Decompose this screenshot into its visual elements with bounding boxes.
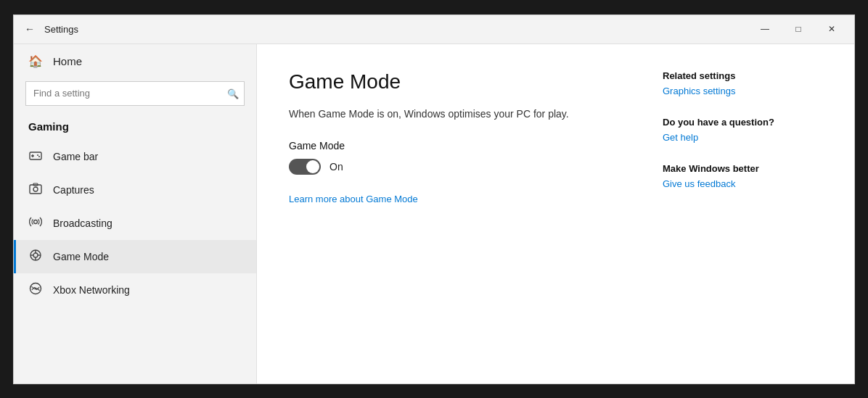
sidebar-item-game-bar[interactable]: Game bar: [14, 140, 256, 173]
content-area: 🏠 Home 🔍 Gaming: [14, 44, 854, 384]
sidebar-home-item[interactable]: 🏠 Home: [14, 44, 256, 78]
back-button[interactable]: ←: [20, 19, 40, 39]
sidebar-item-xbox-networking[interactable]: Xbox Networking: [14, 273, 256, 307]
sidebar-item-label-broadcasting: Broadcasting: [53, 217, 112, 229]
minimize-button[interactable]: —: [748, 14, 782, 43]
main-panel: Game Mode When Game Mode is on, Windows …: [257, 44, 854, 384]
sidebar-item-captures[interactable]: Captures: [14, 173, 256, 207]
captures-icon: [28, 182, 43, 198]
svg-point-6: [33, 187, 38, 191]
svg-point-3: [37, 154, 38, 156]
feedback-heading: Make Windows better: [663, 163, 822, 174]
sidebar-item-label-captures: Captures: [53, 184, 94, 196]
sidebar-item-label-game-mode: Game Mode: [53, 251, 109, 262]
svg-point-8: [34, 220, 38, 223]
get-help-link[interactable]: Get help: [663, 132, 822, 143]
learn-more-link[interactable]: Learn more about Game Mode: [289, 194, 418, 204]
related-settings-section: Related settings Graphics settings: [663, 70, 822, 96]
broadcasting-icon: [28, 215, 43, 231]
game-mode-icon: [28, 249, 43, 265]
sidebar-nav: Game bar Captures: [14, 140, 256, 384]
window-controls: — □ ✕: [748, 14, 848, 43]
home-label: Home: [53, 55, 82, 67]
game-mode-toggle[interactable]: [289, 159, 321, 175]
question-section: Do you have a question? Get help: [663, 117, 822, 143]
toggle-state-label: On: [329, 161, 343, 173]
graphics-settings-link[interactable]: Graphics settings: [663, 86, 822, 96]
related-settings-heading: Related settings: [663, 70, 822, 81]
search-input[interactable]: [25, 81, 245, 106]
search-icon: 🔍: [227, 88, 239, 99]
home-icon: 🏠: [28, 54, 43, 68]
window-title: Settings: [44, 24, 78, 35]
feedback-section: Make Windows better Give us feedback: [663, 163, 822, 189]
svg-point-4: [38, 156, 40, 157]
maximize-button[interactable]: □: [782, 14, 815, 43]
game-bar-icon: [28, 149, 43, 165]
page-description: When Game Mode is on, Windows optimises …: [289, 108, 648, 120]
close-button[interactable]: ✕: [815, 14, 848, 43]
related-panel: Related settings Graphics settings Do yo…: [648, 70, 822, 357]
xbox-networking-icon: [28, 282, 43, 298]
page-title: Game Mode: [289, 70, 648, 94]
sidebar: 🏠 Home 🔍 Gaming: [14, 44, 257, 384]
sidebar-item-label-xbox-networking: Xbox Networking: [53, 284, 130, 296]
sidebar-item-label-game-bar: Game bar: [53, 151, 98, 162]
minimize-icon: —: [761, 24, 769, 34]
give-feedback-link[interactable]: Give us feedback: [663, 178, 822, 189]
sidebar-section-title: Gaming: [14, 115, 256, 140]
game-mode-setting-label: Game Mode: [289, 140, 648, 152]
sidebar-item-broadcasting[interactable]: Broadcasting: [14, 207, 256, 240]
back-icon: ←: [25, 23, 35, 35]
settings-window: ← Settings — □ ✕ 🏠 Home 🔍: [13, 14, 855, 384]
toggle-row: On: [289, 159, 648, 175]
maximize-icon: □: [795, 24, 801, 34]
main-content: Game Mode When Game Mode is on, Windows …: [289, 70, 648, 357]
close-icon: ✕: [828, 24, 835, 34]
search-box: 🔍: [25, 81, 245, 106]
svg-rect-5: [30, 185, 41, 194]
sidebar-item-game-mode[interactable]: Game Mode: [14, 240, 256, 273]
svg-point-10: [33, 253, 38, 257]
titlebar: ← Settings — □ ✕: [14, 15, 854, 44]
question-heading: Do you have a question?: [663, 117, 822, 128]
